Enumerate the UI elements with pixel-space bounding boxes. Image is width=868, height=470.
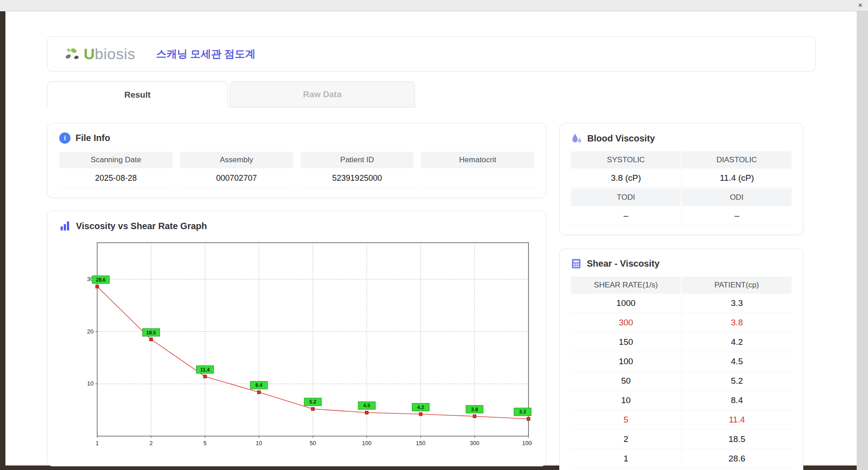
app-window: Ubiosis 스캐닝 모세관 점도계 Result Raw Data i Fi… <box>5 11 857 465</box>
table-row: 100 4.5 <box>571 352 792 371</box>
shear-rate-cell: 10 <box>571 391 681 410</box>
table-row: 150 4.2 <box>571 333 792 352</box>
table-row: 10 8.4 <box>571 391 792 410</box>
field-label: Hematocrit <box>421 152 534 168</box>
window-titlebar: × <box>0 0 868 11</box>
table-row: 5 11.4 <box>571 410 792 430</box>
table-row: 50 5.2 <box>571 371 792 391</box>
shear-rate-cell: 1 <box>571 449 681 468</box>
header-todi: TODI <box>571 189 681 206</box>
svg-text:20: 20 <box>87 328 94 335</box>
svg-text:10: 10 <box>256 440 262 446</box>
field-value <box>421 168 534 188</box>
shear-rate-cell: 1000 <box>571 294 681 313</box>
table-row: 300 3.8 <box>571 313 792 333</box>
logo-letter-u: U <box>84 45 95 62</box>
info-icon: i <box>59 132 71 144</box>
table-header-row: SYSTOLIC DIASTOLIC <box>571 151 792 169</box>
table-row: 1000 3.3 <box>571 294 792 313</box>
tab-raw-data[interactable]: Raw Data <box>230 81 415 108</box>
field-value: 000702707 <box>180 168 293 188</box>
table-row: 1 28.6 <box>571 449 792 469</box>
ubiosis-logo: Ubiosis <box>63 45 136 63</box>
svg-text:5.2: 5.2 <box>309 399 316 404</box>
header-systolic: SYSTOLIC <box>571 151 681 169</box>
logo-text: Ubiosis <box>84 45 136 63</box>
blood-viscosity-title: Blood Viscosity <box>587 133 655 144</box>
header-shear-rate: SHEAR RATE(1/s) <box>571 277 681 294</box>
patient-value-cell: 4.2 <box>681 333 792 352</box>
file-info-card: i File Info Scanning Date 2025-08-28 Ass… <box>47 123 547 198</box>
field-value: 2025-08-28 <box>59 168 173 188</box>
odi-value: – <box>681 206 792 225</box>
patient-value-cell: 3.8 <box>681 313 792 332</box>
field-assembly: Assembly 000702707 <box>180 152 293 188</box>
viscosity-graph-card: Viscosity vs Shear Rate Graph 1020301251… <box>47 211 547 466</box>
app-title: 스캐닝 모세관 점도계 <box>156 47 256 61</box>
svg-text:100: 100 <box>362 440 372 446</box>
patient-value-cell: 3.3 <box>681 294 792 313</box>
patient-value-cell: 18.5 <box>681 430 792 449</box>
svg-text:11.4: 11.4 <box>200 367 210 372</box>
graph-title: Viscosity vs Shear Rate Graph <box>76 221 207 231</box>
svg-text:150: 150 <box>416 440 425 446</box>
shear-rate-cell: 300 <box>571 313 681 332</box>
table-row: 2 18.5 <box>571 430 792 449</box>
shear-viscosity-table: SHEAR RATE(1/s) PATIENT(cp) 1000 3.3 300… <box>571 277 792 469</box>
tab-result[interactable]: Result <box>47 81 228 108</box>
field-label: Assembly <box>180 152 293 168</box>
shear-viscosity-title: Shear - Viscosity <box>587 258 660 269</box>
shear-rate-cell: 5 <box>571 410 681 429</box>
bar-chart-icon <box>59 220 71 232</box>
svg-text:50: 50 <box>310 440 316 446</box>
diastolic-value: 11.4 (cP) <box>681 169 792 188</box>
field-scanning-date: Scanning Date 2025-08-28 <box>59 152 173 188</box>
svg-text:1000: 1000 <box>522 440 532 446</box>
blood-viscosity-card: Blood Viscosity SYSTOLIC DIASTOLIC 3.8 (… <box>559 123 803 235</box>
tab-bar: Result Raw Data <box>47 81 857 108</box>
table-row: – – <box>571 206 792 226</box>
logo-text-rest: biosis <box>95 45 136 62</box>
svg-text:4.2: 4.2 <box>417 404 424 410</box>
calculator-icon <box>571 258 582 269</box>
svg-text:2: 2 <box>150 440 153 446</box>
patient-value-cell: 8.4 <box>681 391 792 410</box>
svg-text:8.4: 8.4 <box>255 382 263 388</box>
blood-viscosity-table: SYSTOLIC DIASTOLIC 3.8 (cP) 11.4 (cP) TO… <box>571 151 792 226</box>
table-row: 3.8 (cP) 11.4 (cP) <box>571 169 792 188</box>
svg-text:3.3: 3.3 <box>519 409 526 414</box>
shear-rate-cell: 50 <box>571 371 681 390</box>
table-header-row: TODI ODI <box>571 189 792 206</box>
header-odi: ODI <box>682 189 792 206</box>
svg-text:18.5: 18.5 <box>146 330 156 335</box>
header-card: Ubiosis 스캐닝 모세관 점도계 <box>47 36 816 71</box>
svg-text:1: 1 <box>96 440 99 446</box>
shear-viscosity-card: Shear - Viscosity SHEAR RATE(1/s) PATIEN… <box>559 249 803 470</box>
desktop-right-strip <box>857 11 868 470</box>
shear-rate-cell: 2 <box>571 430 681 449</box>
table-header-row: SHEAR RATE(1/s) PATIENT(cp) <box>571 277 792 294</box>
close-icon[interactable]: × <box>858 1 863 10</box>
svg-text:3.8: 3.8 <box>471 407 478 412</box>
field-hematocrit: Hematocrit <box>421 152 534 188</box>
header-diastolic: DIASTOLIC <box>682 151 792 169</box>
todi-value: – <box>571 206 681 225</box>
patient-value-cell: 11.4 <box>681 410 792 429</box>
patient-value-cell: 5.2 <box>681 371 792 390</box>
leaf-logo-icon <box>63 45 81 63</box>
svg-text:28.6: 28.6 <box>96 277 105 282</box>
header-patient: PATIENT(cp) <box>682 277 792 294</box>
field-label: Patient ID <box>301 152 414 168</box>
file-info-title: File Info <box>75 133 110 143</box>
patient-value-cell: 28.6 <box>681 449 792 468</box>
shear-rate-cell: 100 <box>571 352 681 371</box>
svg-text:300: 300 <box>470 440 479 446</box>
svg-text:10: 10 <box>87 380 94 387</box>
svg-text:4.5: 4.5 <box>363 403 370 408</box>
systolic-value: 3.8 (cP) <box>571 169 681 188</box>
water-drop-icon <box>571 132 582 144</box>
field-label: Scanning Date <box>59 152 173 168</box>
shear-rate-cell: 150 <box>571 333 681 352</box>
field-value: 52391925000 <box>301 168 414 188</box>
viscosity-chart: 1020301251050100150300100028.618.511.48.… <box>71 238 532 451</box>
